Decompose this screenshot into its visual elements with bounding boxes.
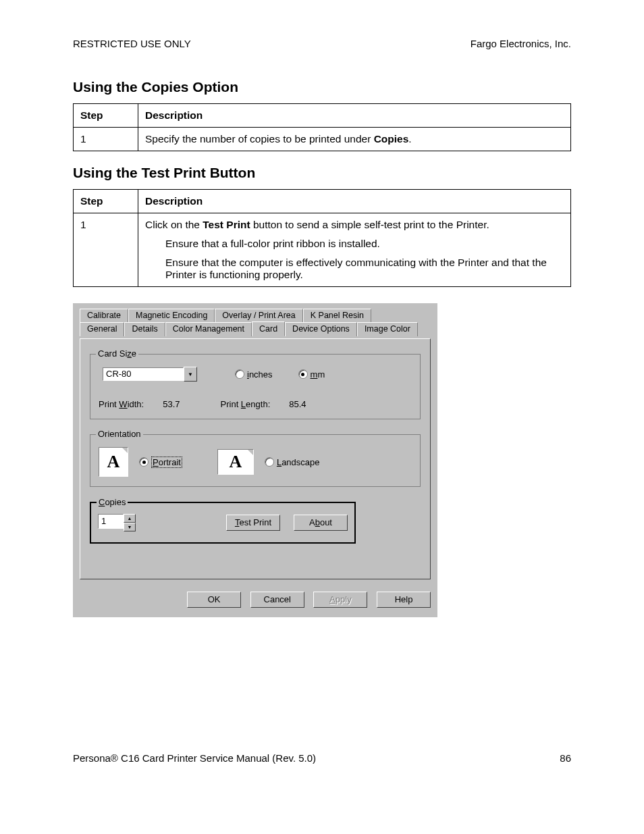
footer-right: 86 — [560, 752, 571, 764]
section2-title: Using the Test Print Button — [73, 165, 571, 181]
copies-value[interactable]: 1 — [98, 514, 124, 529]
tab-strip: Calibrate Magnetic Encoding Overlay / Pr… — [80, 309, 431, 338]
desc2-bold: Test Print — [203, 219, 250, 230]
printer-properties-dialog: Calibrate Magnetic Encoding Overlay / Pr… — [73, 303, 437, 617]
print-width-value: 53.7 — [163, 399, 180, 409]
radio-icon — [139, 457, 149, 467]
row-step2: 1 — [74, 213, 138, 287]
tab-image-color[interactable]: Image Color — [357, 322, 418, 336]
ok-button[interactable]: OK — [187, 592, 241, 608]
header-left: RESTRICTED USE ONLY — [73, 38, 191, 49]
tab-calibrate[interactable]: Calibrate — [80, 309, 128, 322]
radio-inches[interactable]: inches — [235, 369, 273, 380]
dialog-button-row: OK Cancel Apply Help — [80, 592, 431, 608]
row1-desc-post: . — [408, 133, 411, 145]
print-length-label: Print Length: — [221, 399, 271, 409]
spin-down-icon[interactable]: ▼ — [124, 523, 136, 531]
tab-color-management[interactable]: Color Management — [165, 322, 252, 336]
page-footer: Persona® C16 Card Printer Service Manual… — [73, 752, 571, 764]
section2-table: Step Description 1 Click on the Test Pri… — [73, 189, 571, 287]
th-step2: Step — [74, 190, 138, 213]
footer-left: Persona® C16 Card Printer Service Manual… — [73, 752, 316, 764]
tab-panel-card: Card Size CR-80 ▼ inches mm — [80, 338, 431, 579]
cancel-button[interactable]: Cancel — [250, 592, 304, 608]
header-right: Fargo Electronics, Inc. — [471, 38, 571, 49]
desc2-post: button to send a simple self-test print … — [250, 219, 489, 230]
apply-button[interactable]: Apply — [313, 592, 367, 608]
radio-portrait-label: Portrait — [151, 457, 182, 468]
row1-step: 1 — [74, 128, 138, 151]
portrait-icon: A — [99, 447, 128, 477]
radio-mm-label: mm — [311, 369, 325, 380]
tab-general[interactable]: General — [80, 322, 124, 336]
print-width-label: Print Width: — [99, 399, 144, 409]
radio-inches-label: inches — [247, 369, 273, 380]
copies-spinner[interactable]: 1 ▲ ▼ — [98, 514, 136, 531]
legend-orientation: Orientation — [96, 429, 143, 439]
radio-icon — [298, 369, 308, 379]
tab-k-panel-resin[interactable]: K Panel Resin — [303, 309, 371, 322]
group-orientation: Orientation A Portrait A Landscape — [90, 434, 421, 487]
row1-desc: Specify the number of copies to be print… — [138, 128, 571, 151]
spin-up-icon[interactable]: ▲ — [124, 514, 136, 523]
dropdown-icon[interactable]: ▼ — [184, 367, 197, 382]
tab-magnetic-encoding[interactable]: Magnetic Encoding — [128, 309, 215, 322]
help-button[interactable]: Help — [377, 592, 431, 608]
tab-device-options[interactable]: Device Options — [285, 322, 357, 336]
row1-desc-pre: Specify the number of copies to be print… — [145, 133, 374, 145]
print-length-value: 85.4 — [289, 399, 306, 409]
row1-desc-bold: Copies — [374, 133, 409, 145]
test-print-button[interactable]: Test Print — [226, 515, 280, 531]
group-copies: Copies 1 ▲ ▼ Test Print About — [90, 502, 356, 544]
page-header: RESTRICTED USE ONLY Fargo Electronics, I… — [73, 38, 571, 49]
desc2-sub2: Ensure that the computer is effectively … — [165, 257, 564, 281]
th-desc: Description — [138, 104, 571, 128]
desc2-pre: Click on the — [145, 219, 203, 230]
tab-card[interactable]: Card — [252, 321, 285, 336]
th-desc2: Description — [138, 190, 571, 213]
card-size-value: CR-80 — [103, 367, 184, 381]
legend-card-size: Card Size — [96, 348, 138, 359]
row-desc2: Click on the Test Print button to send a… — [138, 213, 571, 287]
legend-copies: Copies — [97, 497, 128, 507]
radio-icon — [235, 369, 244, 379]
about-button[interactable]: About — [294, 515, 348, 531]
radio-portrait[interactable]: Portrait — [139, 457, 182, 468]
desc2-sub1: Ensure that a full-color print ribbon is… — [165, 238, 564, 250]
radio-mm[interactable]: mm — [298, 369, 325, 380]
th-step: Step — [74, 104, 138, 128]
group-card-size: Card Size CR-80 ▼ inches mm — [90, 354, 421, 419]
section1-title: Using the Copies Option — [73, 79, 571, 95]
landscape-icon: A — [217, 449, 254, 475]
card-size-combo[interactable]: CR-80 ▼ — [103, 367, 197, 382]
tab-details[interactable]: Details — [124, 322, 165, 336]
radio-icon — [265, 457, 274, 467]
section1-table: Step Description 1 Specify the number of… — [73, 103, 571, 151]
tab-overlay-print-area[interactable]: Overlay / Print Area — [215, 309, 302, 322]
radio-landscape-label: Landscape — [277, 457, 320, 467]
radio-landscape[interactable]: Landscape — [265, 457, 320, 467]
